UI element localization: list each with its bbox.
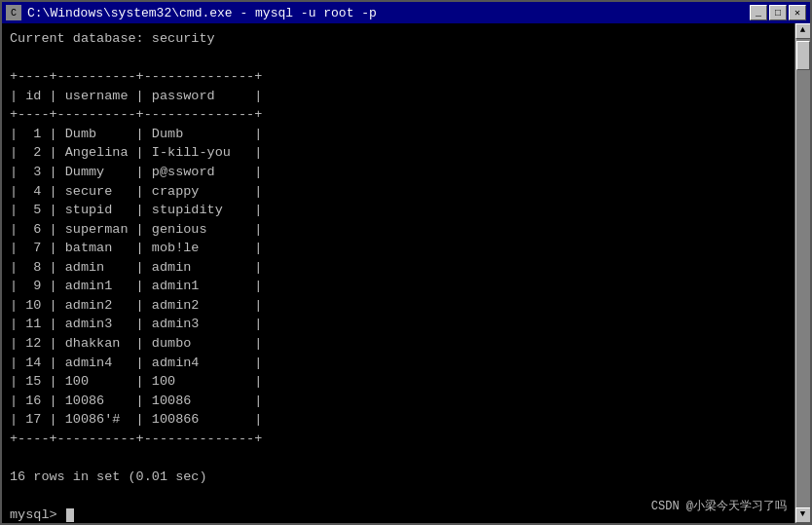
title-bar-left: C C:\Windows\system32\cmd.exe - mysql -u… — [6, 5, 377, 20]
window-title: C:\Windows\system32\cmd.exe - mysql -u r… — [27, 6, 377, 20]
title-bar: C C:\Windows\system32\cmd.exe - mysql -u… — [2, 2, 810, 23]
scroll-up-button[interactable]: ▲ — [795, 23, 811, 39]
cmd-window: C C:\Windows\system32\cmd.exe - mysql -u… — [0, 0, 812, 525]
cursor — [66, 508, 74, 522]
close-button[interactable]: ✕ — [789, 5, 806, 20]
scroll-thumb[interactable] — [796, 41, 810, 70]
window-icon: C — [6, 5, 21, 20]
terminal-content: Current database: security +----+-------… — [10, 29, 802, 523]
minimize-button[interactable]: _ — [750, 5, 767, 20]
watermark-text: CSDN @小梁今天学习了吗 — [651, 499, 787, 515]
scroll-down-button[interactable]: ▼ — [795, 507, 811, 523]
scroll-track[interactable] — [796, 39, 810, 507]
scrollbar[interactable]: ▲ ▼ — [794, 23, 810, 523]
terminal-area[interactable]: Current database: security +----+-------… — [2, 23, 810, 523]
maximize-button[interactable]: □ — [769, 5, 787, 20]
title-bar-buttons: _ □ ✕ — [750, 5, 806, 20]
